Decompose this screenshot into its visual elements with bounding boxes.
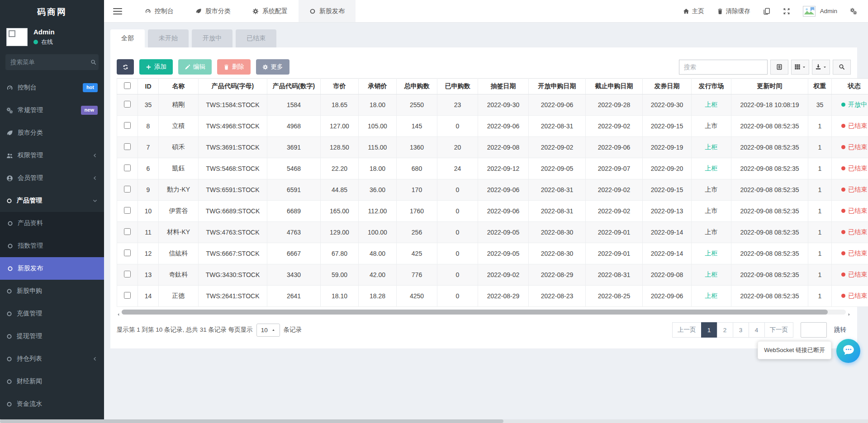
cell-total: 1760 <box>397 201 437 222</box>
cell-status: 已结束 <box>832 116 868 137</box>
market-link[interactable]: 上柜 <box>705 249 718 257</box>
filter-tab-1[interactable]: 未开始 <box>148 29 189 47</box>
sidebar-item-11[interactable]: 资金流水 <box>0 393 104 415</box>
cell-code_num: 2641 <box>267 286 321 307</box>
market-link[interactable]: 上柜 <box>705 101 718 108</box>
row-checkbox[interactable] <box>124 101 131 108</box>
menu-toggle-icon[interactable] <box>113 8 122 14</box>
cell-issue_date: 2022-09-15 <box>643 116 692 137</box>
scrollbar-track[interactable] <box>122 310 846 315</box>
cell-underwrite: 36.00 <box>359 179 397 201</box>
market-link[interactable]: 上柜 <box>705 164 718 172</box>
sidebar-item-4[interactable]: 会员管理 <box>0 167 104 189</box>
clear-cache-link[interactable]: 清除缓存 <box>717 7 750 15</box>
more-button[interactable]: 更多 <box>256 59 289 75</box>
column-header-market: 发行市场 <box>692 79 731 94</box>
caret-down-icon <box>823 65 827 69</box>
window-hscrollbar[interactable] <box>0 419 868 423</box>
topbar-tab-2[interactable]: 系统配置 <box>242 0 299 22</box>
user-menu[interactable]: Admin <box>803 6 837 17</box>
sidebar-item-8[interactable]: 提现管理 <box>0 325 104 348</box>
sidebar-subitem-5-2[interactable]: 新股发布 <box>0 257 104 280</box>
row-checkbox[interactable] <box>124 249 131 256</box>
cell-total: 145 <box>397 116 437 137</box>
table-search-input[interactable] <box>679 60 768 75</box>
topbar-username: Admin <box>820 8 837 14</box>
cell-issue_date: 2022-09-20 <box>643 158 692 179</box>
chat-button[interactable] <box>836 339 860 363</box>
row-checkbox[interactable] <box>124 228 131 235</box>
market-link[interactable]: 上柜 <box>705 143 718 150</box>
page-size-dropdown[interactable]: 10 <box>256 324 280 337</box>
pages-button[interactable] <box>763 8 770 15</box>
row-checkbox[interactable] <box>124 122 131 129</box>
export-button[interactable] <box>812 60 830 75</box>
cell-code_alpha: TWG:6689:STOCK <box>199 201 267 222</box>
sidebar-subitem-5-0[interactable]: 产品资料 <box>0 212 104 235</box>
home-link[interactable]: 主页 <box>683 7 704 15</box>
sidebar-item-10[interactable]: 财经新闻 <box>0 370 104 393</box>
sidebar-item-7[interactable]: 充值管理 <box>0 302 104 325</box>
page-button-4[interactable]: 4 <box>749 322 765 338</box>
cell-price: 22.20 <box>321 158 359 179</box>
window-hscrollbar-thumb[interactable] <box>0 419 503 423</box>
sidebar-item-6[interactable]: 新股申购 <box>0 280 104 302</box>
column-header-close_date: 截止申购日期 <box>586 79 643 94</box>
cell-draw_date: 2022-09-06 <box>478 116 529 137</box>
market-link[interactable]: 上柜 <box>705 271 718 278</box>
row-checkbox[interactable] <box>124 186 131 193</box>
sidebar-search-input[interactable] <box>10 59 90 66</box>
fullscreen-button[interactable] <box>783 8 790 15</box>
topbar-tab-0[interactable]: 控制台 <box>134 0 185 22</box>
cell-issue_date: 2022-09-14 <box>643 243 692 264</box>
cell-market: 上柜 <box>692 158 731 179</box>
sidebar-item-0[interactable]: 控制台hot <box>0 76 104 99</box>
page-button-1[interactable]: 1 <box>701 322 717 338</box>
sidebar-subitem-5-1[interactable]: 指数管理 <box>0 235 104 257</box>
cell-applied: 0 <box>437 201 478 222</box>
refresh-button[interactable] <box>117 59 134 75</box>
next-page-button[interactable]: 下一页 <box>764 322 794 338</box>
scroll-left-icon[interactable] <box>117 310 120 314</box>
search-icon[interactable] <box>90 59 96 65</box>
brand[interactable]: 码商网 <box>0 0 104 24</box>
edit-button[interactable]: 编辑 <box>178 59 212 75</box>
row-checkbox[interactable] <box>124 164 131 171</box>
table-search-button[interactable] <box>833 60 851 75</box>
page-button-2[interactable]: 2 <box>717 322 733 338</box>
delete-button[interactable]: 删除 <box>217 59 251 75</box>
jump-page-input[interactable] <box>801 322 827 338</box>
topbar-tab-1[interactable]: 股市分类 <box>185 0 242 22</box>
cell-open_date: 2022-08-31 <box>529 179 586 201</box>
cell-open_date: 2022-09-02 <box>529 137 586 158</box>
filter-tab-0[interactable]: 全部 <box>110 29 145 47</box>
market-link[interactable]: 上柜 <box>705 292 718 299</box>
jump-button[interactable]: 跳转 <box>830 326 851 334</box>
cell-underwrite: 105.00 <box>359 116 397 137</box>
sidebar-item-1[interactable]: 常规管理new <box>0 99 104 122</box>
sidebar-item-label: 权限管理 <box>18 151 43 160</box>
cell-total: 1360 <box>397 137 437 158</box>
settings-gear-icon[interactable] <box>850 8 857 15</box>
scrollbar-thumb[interactable] <box>122 310 828 315</box>
sidebar-item-9[interactable]: 持仓列表 <box>0 348 104 370</box>
sidebar-item-3[interactable]: 权限管理 <box>0 144 104 167</box>
row-checkbox[interactable] <box>124 292 131 299</box>
page-button-3[interactable]: 3 <box>733 322 749 338</box>
detail-view-button[interactable] <box>770 60 788 75</box>
sidebar-item-2[interactable]: 股市分类 <box>0 122 104 144</box>
filter-tab-3[interactable]: 已结束 <box>236 29 276 47</box>
columns-button[interactable] <box>791 60 809 75</box>
sidebar-item-5[interactable]: 产品管理 <box>0 189 104 212</box>
market-label: 上市 <box>705 207 718 214</box>
cell-weight: 1 <box>808 222 832 243</box>
scroll-right-icon[interactable] <box>847 310 851 314</box>
add-button[interactable]: 添加 <box>139 59 173 75</box>
row-checkbox[interactable] <box>124 271 131 277</box>
prev-page-button[interactable]: 上一页 <box>672 322 702 338</box>
topbar-tab-3[interactable]: 新股发布 <box>299 0 356 22</box>
filter-tab-2[interactable]: 开放中 <box>192 29 232 47</box>
row-checkbox[interactable] <box>124 207 131 214</box>
row-checkbox[interactable] <box>124 143 131 150</box>
select-all-checkbox[interactable] <box>124 82 131 89</box>
